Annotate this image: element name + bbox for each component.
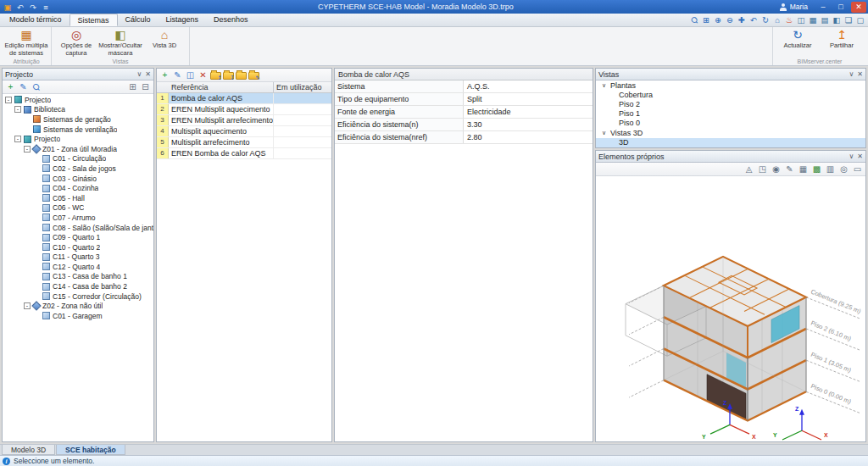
grid-icon[interactable]: ▦ xyxy=(807,15,819,25)
tree-item[interactable]: -Z02 - Zona não útil xyxy=(3,301,153,311)
objects-icon[interactable]: ◫ xyxy=(795,15,807,25)
viewport-3d[interactable]: Cobertura (9.25 m) Piso 2 (6.10 m) Piso … xyxy=(596,176,865,441)
collapse-all-icon[interactable]: ⊟ xyxy=(140,82,151,92)
tree-item[interactable]: -Biblioteca xyxy=(3,105,153,115)
tab-modelo-termico[interactable]: Modelo térmico xyxy=(2,14,70,26)
expand-all-icon[interactable]: ⊞ xyxy=(127,82,138,92)
system-row[interactable]: 4Multisplit aquecimento xyxy=(157,126,331,137)
tree-item[interactable]: C11 - Quarto 3 xyxy=(3,252,153,263)
close-icon[interactable]: ✕ xyxy=(145,70,151,78)
tree-item[interactable]: Sistemas de geração xyxy=(3,114,153,125)
tab-calculo[interactable]: Cálculo xyxy=(118,14,159,26)
maximize-button[interactable]: □ xyxy=(833,2,849,13)
column-referencia[interactable]: Referência xyxy=(157,82,274,92)
tree-item[interactable]: C06 - WC xyxy=(3,203,153,214)
chevron-down-icon[interactable]: ∨ xyxy=(849,153,854,160)
edit-system-icon[interactable]: ✎ xyxy=(172,70,183,80)
home-view-icon[interactable]: ⌂ xyxy=(771,15,783,25)
tree-item[interactable]: C12 - Quarto 4 xyxy=(3,262,153,272)
tree-item[interactable]: C05 - Hall xyxy=(3,193,153,203)
fire-icon[interactable]: ♨ xyxy=(783,15,795,25)
capture-options-button[interactable]: ◎Opções de captura xyxy=(54,28,98,57)
library-edit-icon[interactable]: ✎ xyxy=(248,72,259,80)
close-icon[interactable]: ✕ xyxy=(857,70,863,78)
eye-icon[interactable]: ◎ xyxy=(838,164,849,174)
edit-item-icon[interactable]: ✎ xyxy=(18,82,29,92)
tab-listagens[interactable]: Listagens xyxy=(159,14,207,26)
tree-item[interactable]: C02 - Sala de jogos xyxy=(3,164,153,174)
tree-item[interactable]: C08 - Salão (Salão/Sala de jantar) xyxy=(3,223,153,233)
library-icon[interactable] xyxy=(236,72,247,80)
screen-icon[interactable]: ▭ xyxy=(852,164,863,174)
tree-item[interactable]: C03 - Ginásio xyxy=(3,174,153,184)
building-model[interactable] xyxy=(626,257,806,421)
tree-item[interactable]: -Z01 - Zona útil Moradia xyxy=(3,144,153,154)
view-item-piso-0[interactable]: Piso 0 xyxy=(596,119,865,128)
new-window-icon[interactable]: ❏ xyxy=(843,15,854,25)
check-table-icon[interactable]: ▩ xyxy=(811,164,822,174)
edit-props-icon[interactable]: ✎ xyxy=(784,164,795,174)
view-item-piso-1[interactable]: Piso 1 xyxy=(596,109,865,119)
close-window-icon[interactable]: ▢ xyxy=(854,15,866,25)
zoom-out-icon[interactable]: ⊖ xyxy=(724,15,736,25)
redo-icon[interactable]: ↷ xyxy=(27,3,39,12)
system-row[interactable]: 1Bomba de calor AQS xyxy=(157,93,331,104)
tree-item[interactable]: C10 - Quarto 2 xyxy=(3,242,153,252)
close-button[interactable]: ✕ xyxy=(851,2,866,13)
import-library-icon[interactable]: ↥ xyxy=(210,72,221,80)
column-em-utilizacao[interactable]: Em utilização xyxy=(274,82,331,92)
update-button[interactable]: ↻Actualizar xyxy=(776,28,820,57)
system-row[interactable]: 2EREN Multisplit aquecimento xyxy=(157,104,331,115)
tab-sistemas[interactable]: Sistemas xyxy=(70,14,118,26)
tree-item[interactable]: C09 - Quarto 1 xyxy=(3,232,153,242)
show-hide-mask-button[interactable]: ◧Mostrar/Ocultar máscara xyxy=(98,28,142,57)
bottom-tab-modelo-3d[interactable]: Modelo 3D xyxy=(2,445,55,455)
pan-icon[interactable]: ✚ xyxy=(736,15,748,25)
redraw-icon[interactable]: ↻ xyxy=(760,15,771,25)
table-icon[interactable]: ▦ xyxy=(798,164,809,174)
zoom-window-icon[interactable]: ⊞ xyxy=(700,15,712,25)
system-row[interactable]: 5Multisplit arrefecimento xyxy=(157,137,331,148)
tree-item[interactable]: C07 - Arrumo xyxy=(3,213,153,223)
system-row[interactable]: 6EREN Bomba de calor AQS xyxy=(157,148,331,159)
bottom-tab-sce-habitacao[interactable]: SCE habitação xyxy=(56,445,125,455)
delete-system-icon[interactable]: ✕ xyxy=(198,70,209,80)
tree-item[interactable]: C01 - Circulação xyxy=(3,154,153,164)
app-logo-icon[interactable]: ▣ xyxy=(2,3,14,12)
expander-icon[interactable]: - xyxy=(24,146,31,153)
tree-item[interactable]: C04 - Cozinha xyxy=(3,183,153,193)
close-icon[interactable]: ✕ xyxy=(857,153,863,160)
chevron-down-icon[interactable]: ∨ xyxy=(136,70,142,78)
export-library-icon[interactable]: ↧ xyxy=(223,72,234,80)
viewport-canvas[interactable]: Cobertura (9.25 m) Piso 2 (6.10 m) Piso … xyxy=(596,176,865,441)
multi-edit-systems-button[interactable]: ▦Edição múltipla de sistemas xyxy=(4,28,48,57)
system-row[interactable]: 3EREN Multisplit arrefecimento xyxy=(157,115,331,126)
columns-icon[interactable]: ▥ xyxy=(825,164,836,174)
layers-icon[interactable]: ▤ xyxy=(819,15,831,25)
copy-system-icon[interactable]: ◫ xyxy=(185,70,196,80)
view-item-piso-2[interactable]: Piso 2 xyxy=(596,100,865,109)
add-item-icon[interactable]: + xyxy=(5,82,16,92)
chevron-down-icon[interactable]: ∨ xyxy=(849,70,854,78)
tree-item[interactable]: C01 - Garagem xyxy=(3,311,153,321)
views-group-plantas[interactable]: ∨Plantas xyxy=(596,80,865,91)
view-item-cobertura[interactable]: Cobertura xyxy=(596,91,865,100)
views-group-vistas-3d[interactable]: ∨Vistas 3D xyxy=(596,128,865,138)
previous-view-icon[interactable]: ↶ xyxy=(748,15,760,25)
expander-icon[interactable]: - xyxy=(24,302,31,309)
split-window-icon[interactable]: ◧ xyxy=(831,15,843,25)
minimize-button[interactable]: – xyxy=(815,2,831,13)
expander-icon[interactable]: - xyxy=(14,136,21,142)
tree-item[interactable]: -Projecto xyxy=(3,134,153,144)
box-3d-icon[interactable]: ◳ xyxy=(757,164,768,174)
view-3d-button[interactable]: ⌂Vista 3D xyxy=(142,28,186,57)
visibility-icon[interactable]: ◉ xyxy=(771,164,782,174)
add-system-icon[interactable]: + xyxy=(159,70,170,80)
tree-item[interactable]: C13 - Casa de banho 1 xyxy=(3,272,153,282)
tree-item[interactable]: Sistemas de ventilação xyxy=(3,125,153,135)
person-detect-icon[interactable]: ◬ xyxy=(743,164,754,174)
share-button[interactable]: ↥Partilhar xyxy=(820,28,864,57)
undo-icon[interactable]: ↶ xyxy=(14,3,26,12)
tab-desenhos[interactable]: Desenhos xyxy=(206,14,256,26)
tree-item[interactable]: -Projecto xyxy=(3,95,153,105)
